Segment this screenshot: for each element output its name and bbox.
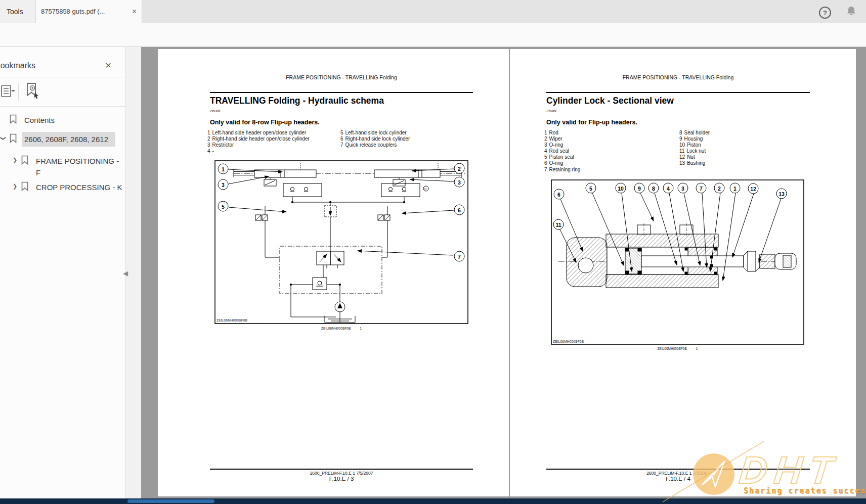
bookmark-options-icon[interactable] [1,84,16,100]
bookmarks-panel: Bookmarks × Contents [0,47,125,498]
help-icon[interactable]: ? [819,7,831,19]
find-current-bookmark-icon[interactable] [25,82,40,102]
close-panel-icon[interactable]: × [105,59,111,71]
tab-document[interactable]: 87575858 guts.pdf (... × [36,0,142,23]
bookmark-item[interactable]: 2606, 2608F, 2608, 2612 [0,132,125,147]
horizontal-scrollbar-thumb[interactable] [127,499,214,503]
bookmarks-panel-title: Bookmarks [0,61,35,70]
figure-caption: ZEIL06MH000SF0B1 [215,327,468,330]
figure-caption: ZEIL06MH000SF0B1 [551,347,804,350]
pdf-page-left: FRAME POSITIONING - TRAVELLING Folding T… [158,49,509,496]
toolbar: / 108 [0,23,866,47]
tab-bar: Tools 87575858 guts.pdf (... × ? [0,0,866,23]
collapse-panel-icon[interactable]: ◀ [123,269,128,277]
tab-document-label: 87575858 guts.pdf (... [41,8,105,15]
footer-doc-ref: 2600_PRELIM-F.10.E 1 7/5/2007 [210,471,473,476]
bookmark-label[interactable]: Contents [22,113,115,127]
tab-tools-label: Tools [7,8,23,16]
bookmark-item[interactable]: CROP PROCESSING - K [0,180,125,195]
help-glyph: ? [823,9,827,17]
bookmark-item[interactable]: Contents [0,113,125,127]
tab-tools[interactable]: Tools [0,0,35,23]
bookmark-icon [9,132,19,145]
caption-code: ZEIL06MH000SF0B [321,327,351,330]
horizontal-scrollbar [0,498,866,504]
hydraulic-schematic-drawing: H [158,49,509,496]
chevron-icon[interactable] [13,180,21,190]
footer-page-ref: F.10.E / 4 [546,476,810,482]
bookmark-icon [21,154,31,167]
divider [18,83,19,101]
bookmark-icon [21,180,31,193]
pdf-page-right: FRAME POSITIONING - TRAVELLING Folding C… [510,49,856,496]
caption-code: ZEIL06MH000SF0B [658,347,687,350]
bookmark-label[interactable]: 2606, 2608F, 2608, 2612 [22,132,115,147]
bookmark-icon [9,113,19,126]
close-tab-icon[interactable]: × [132,8,137,16]
chevron-icon[interactable] [13,154,21,163]
bookmark-item[interactable]: FRAME POSITIONING - F [0,154,125,180]
divider [0,77,125,77]
cylinder-section-drawing [510,49,856,496]
diagram-code-label: ZEIL06MH000SF0B [553,340,584,343]
caption-number: 1 [360,327,362,330]
diagram-code-label: ZEIL06MH000SF0B [216,318,247,322]
chevron-icon[interactable] [1,132,9,142]
h-symbol: H [424,188,426,191]
footer-page-ref: F.10.E / 3 [210,476,473,482]
bookmark-label[interactable]: FRAME POSITIONING - F [34,154,125,180]
caption-number: 1 [696,347,698,350]
footer-rule [546,469,810,470]
chevron-icon[interactable] [1,113,9,116]
bookmark-label[interactable]: CROP PROCESSING - K [34,180,125,195]
main-area: Bookmarks × Contents [0,47,866,498]
document-background: FRAME POSITIONING - TRAVELLING Folding T… [141,47,866,498]
footer-rule [210,469,473,470]
notifications-bell-icon[interactable] [846,6,857,20]
footer-doc-ref: 2600_PRELIM-F.10.E 1 7/5/2007 [546,471,810,476]
bookmarks-tree: Contents 2606, 2608F, 2608, 2612 FRAME P… [0,106,125,195]
